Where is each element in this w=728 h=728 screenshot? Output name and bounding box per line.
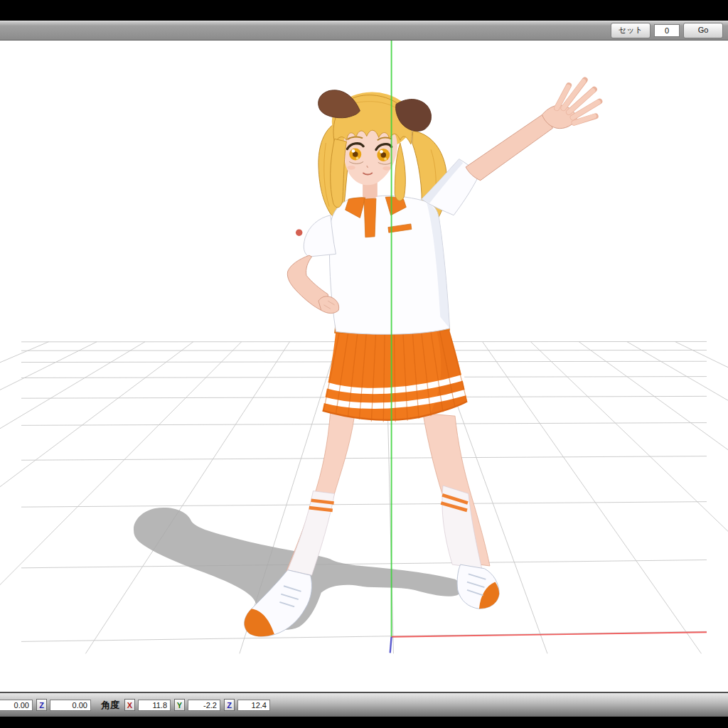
right-blush (382, 166, 390, 171)
top-black-bar (0, 0, 728, 21)
go-button[interactable]: Go (683, 23, 723, 38)
x-axis-line (392, 632, 707, 637)
right-eye-highlight (380, 150, 383, 154)
position-z-field[interactable] (50, 700, 91, 711)
bone-status-bar: Z 角度 X Y Z (0, 692, 728, 717)
angle-label: 角度 (101, 699, 119, 712)
set-button[interactable]: セット (611, 23, 651, 38)
position-partial-field[interactable] (0, 700, 33, 711)
left-blush (347, 166, 355, 170)
left-sleeve (304, 215, 336, 257)
position-z-label: Z (36, 699, 47, 711)
frame-number-input[interactable] (654, 24, 680, 37)
left-eye-glow (356, 157, 359, 160)
angle-z-field[interactable] (237, 700, 270, 711)
angle-z-label: Z (224, 699, 235, 711)
angle-y-field[interactable] (188, 700, 220, 711)
left-dog-ear (318, 90, 360, 118)
angle-y-label: Y (174, 699, 185, 711)
collar-placket (364, 198, 376, 237)
z-axis-line (390, 637, 392, 653)
character-model[interactable] (245, 80, 600, 637)
left-eye-highlight (352, 149, 355, 153)
angle-x-label: X (124, 699, 135, 711)
sleeve-logo (296, 229, 302, 235)
viewport-area[interactable] (0, 41, 728, 692)
right-forearm (466, 114, 552, 180)
right-eye-glow (384, 158, 387, 161)
angle-x-field[interactable] (138, 700, 171, 711)
top-toolbar: セット Go (0, 21, 728, 41)
3d-viewport[interactable] (0, 41, 728, 692)
bottom-black-bar (0, 717, 728, 728)
right-arm (466, 80, 599, 181)
